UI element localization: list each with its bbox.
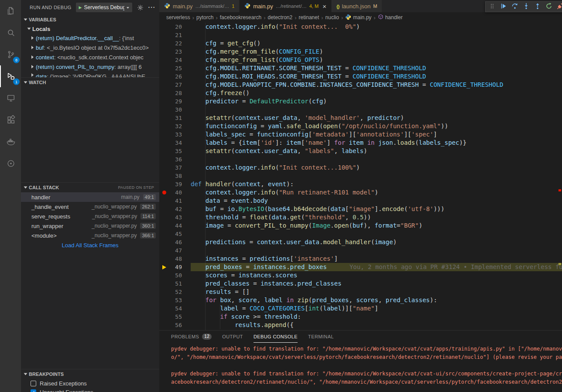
glyph-margin[interactable] [159,213,169,222]
code-line-37[interactable]: 37 context.logger.info("Init context...1… [159,164,562,172]
glyph-margin[interactable] [159,147,169,155]
code-line-46[interactable]: 46 predictions = context.user_data.model… [159,238,562,246]
glyph-margin[interactable] [159,97,169,106]
activity-bar-item-source-control[interactable]: 8 [0,44,21,65]
code-line-32[interactable]: 32 functionconfig = yaml.safe_load(open(… [159,122,562,130]
code-line-36[interactable]: 36 [159,155,562,164]
glyph-margin[interactable] [159,155,169,164]
stack-frame[interactable]: serve_requests_nuclio_wrapper.py114:1 [21,211,159,221]
code-line-33[interactable]: 33 labels_spec = functionconfig['metadat… [159,130,562,139]
debug-current-step-icon[interactable] [159,263,169,271]
code-area[interactable]: 20 context.logger.info("Init context... … [159,23,562,330]
glyph-margin[interactable] [159,64,169,72]
code-line-23[interactable]: 23 cfg.merge_from_file(CONFIG_FILE) [159,48,562,56]
code-line-41[interactable]: 41 data = event.body [159,197,562,205]
breadcrumb-pytorch[interactable]: pytorch [196,14,213,20]
code-line-30[interactable]: 30 [159,106,562,114]
stack-frame[interactable]: _handle_event_nuclio_wrapper.py262:1 [21,202,159,211]
stack-frame[interactable]: handlermain.py49:1 [21,192,159,202]
code-line-43[interactable]: 43 threshold = float(data.get("threshold… [159,213,562,222]
code-line-29[interactable]: 29 predictor = DefaultPredictor(cfg) [159,97,562,106]
call-stack-section-header[interactable]: CALL STACK PAUSED ON STEP [21,183,159,192]
code-line-25[interactable]: 25 cfg.MODEL.RETINANET.SCORE_THRESH_TEST… [159,64,562,72]
breadcrumb-retinanet[interactable]: retinanet [299,14,319,20]
start-debugging-icon[interactable]: ▶ [79,6,82,10]
variable-row[interactable]: (return) DefaultPredictor.__call__: {'in… [21,33,159,43]
glyph-margin[interactable] [159,205,169,213]
glyph-margin[interactable] [159,280,169,288]
activity-bar-item-explorer[interactable] [0,0,21,22]
code-line-34[interactable]: 34 labels = {item['id']: item['name'] fo… [159,139,562,147]
glyph-margin[interactable] [159,122,169,130]
glyph-margin[interactable] [159,139,169,147]
code-line-28[interactable]: 28 cfg.freeze() [159,89,562,97]
stack-frame[interactable]: run_wrapper_nuclio_wrapper.py360:1 [21,221,159,231]
checkbox[interactable] [31,381,36,386]
glyph-margin[interactable] [159,246,169,255]
watch-section-header[interactable]: WATCH [21,78,159,87]
panel-tab-debug-console[interactable]: DEBUG CONSOLE [254,331,298,343]
glyph-margin[interactable] [159,197,169,205]
glyph-margin[interactable] [159,72,169,81]
breadcrumb-handler[interactable]: handler [378,14,403,21]
step-into-button[interactable] [521,2,532,12]
panel-tab-problems[interactable]: PROBLEMS12 [171,331,212,343]
step-out-button[interactable] [532,2,543,12]
code-line-45[interactable]: 45 [159,230,562,238]
breakpoints-section-header[interactable]: BREAKPOINTS [21,369,159,379]
glyph-margin[interactable] [159,39,169,48]
glyph-margin[interactable] [159,238,169,246]
glyph-margin[interactable] [159,172,169,180]
glyph-margin[interactable] [159,23,169,31]
code-line-52[interactable]: 52 results = [] [159,288,562,296]
code-line-42[interactable]: 42 buf = io.BytesIO(base64.b64decode(dat… [159,205,562,213]
code-line-27[interactable]: 27 cfg.MODEL.PANOPTIC_FPN.COMBINE.INSTAN… [159,81,562,89]
glyph-margin[interactable] [159,255,169,263]
restart-button[interactable] [543,2,555,12]
code-line-35[interactable]: 35 setattr(context.user_data, "labels", … [159,147,562,155]
glyph-margin[interactable] [159,81,169,89]
code-line-50[interactable]: 50 scores = instances.scores [159,271,562,280]
glyph-margin[interactable] [159,296,169,304]
glyph-margin[interactable] [159,321,169,329]
code-line-24[interactable]: 24 cfg.merge_from_list(CONFIG_OPTS) [159,56,562,64]
variable-row[interactable]: data: {'image': 'iVBORw0KG...AAAANSUhE [21,72,159,77]
glyph-margin[interactable] [159,164,169,172]
editor-tab-launch-json[interactable]: {}launch.jsonM [332,0,383,12]
variable-row[interactable]: context: <nuclio_sdk.context.Context obj… [21,52,159,62]
glyph-margin[interactable] [159,230,169,238]
glyph-margin[interactable] [159,271,169,280]
more-actions-icon[interactable]: ··· [148,4,156,11]
step-over-button[interactable] [509,2,521,12]
checkbox[interactable]: ✓ [31,389,36,392]
code-line-21[interactable]: 21 [159,31,562,39]
glyph-margin[interactable] [159,31,169,39]
activity-bar-item-docker[interactable] [0,131,21,153]
breadcrumb-facebookresearch[interactable]: facebookresearch [220,14,261,20]
code-line-48[interactable]: 48 instances = predictions['instances'] [159,255,562,263]
activity-bar-item-test-explorer[interactable] [0,153,21,174]
breakpoint-icon[interactable] [159,188,169,197]
gear-icon[interactable] [137,4,144,11]
breadcrumb-detectron2[interactable]: detectron2 [267,14,292,20]
debug-console-output[interactable]: pydev debugger: unable to find translati… [159,343,562,392]
glyph-margin[interactable] [159,130,169,139]
code-line-26[interactable]: 26 cfg.MODEL.ROI_HEADS.SCORE_THRESH_TEST… [159,72,562,81]
glyph-margin[interactable] [159,89,169,97]
code-line-53[interactable]: 53 for box, score, label in zip(pred_box… [159,296,562,304]
glyph-margin[interactable] [159,114,169,122]
load-all-stack-frames-link[interactable]: Load All Stack Frames [21,240,159,250]
code-line-51[interactable]: 51 pred_classes = instances.pred_classes [159,280,562,288]
code-line-40[interactable]: 40 context.logger.info("Run retinanet-R1… [159,188,562,197]
glyph-margin[interactable] [159,48,169,56]
glyph-margin[interactable] [159,288,169,296]
stack-frame[interactable]: <module>_nuclio_wrapper.py366:1 [21,231,159,240]
glyph-margin[interactable] [159,56,169,64]
glyph-margin[interactable] [159,222,169,230]
variable-row[interactable]: buf: <_io.BytesIO object at 0x7f5a2dc1ec… [21,43,159,52]
scope-locals[interactable]: Locals [21,24,159,33]
code-line-49[interactable]: 49 pred_boxes = instances.pred_boxesYou,… [159,263,562,271]
code-line-38[interactable]: 38 [159,172,562,180]
code-line-39[interactable]: 39def handler(context, event): [159,180,562,188]
variable-row[interactable]: (return) convert_PIL_to_numpy: array([[[… [21,62,159,72]
